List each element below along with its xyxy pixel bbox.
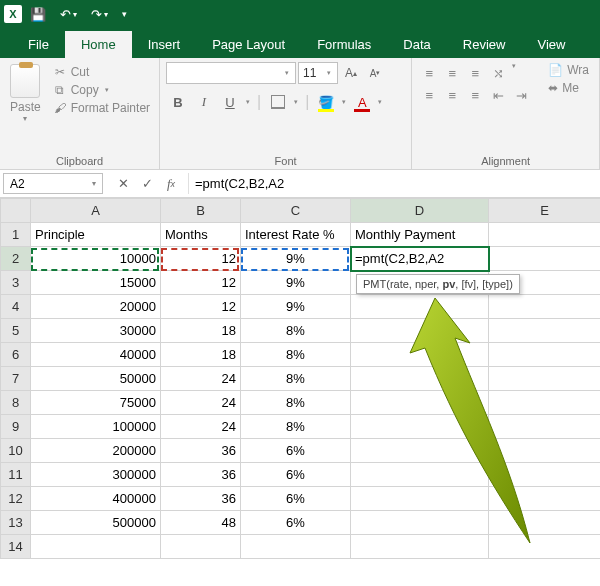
fill-dropdown[interactable]: ▾ xyxy=(340,98,348,106)
font-color-button[interactable]: A xyxy=(350,90,374,114)
col-header-B[interactable]: B xyxy=(161,199,241,223)
cell[interactable] xyxy=(351,415,489,439)
cell[interactable] xyxy=(351,295,489,319)
tab-file[interactable]: File xyxy=(12,31,65,58)
cell[interactable]: Principle xyxy=(31,223,161,247)
cell[interactable]: 24 xyxy=(161,367,241,391)
font-name-select[interactable]: ▾ xyxy=(166,62,296,84)
cell[interactable]: Monthly Payment xyxy=(351,223,489,247)
cell[interactable] xyxy=(489,535,601,559)
cell[interactable] xyxy=(351,487,489,511)
row-header[interactable]: 9 xyxy=(1,415,31,439)
decrease-font-button[interactable]: A▾ xyxy=(364,62,386,84)
cell[interactable]: 20000 xyxy=(31,295,161,319)
cell[interactable]: 8% xyxy=(241,415,351,439)
tab-review[interactable]: Review xyxy=(447,31,522,58)
cell[interactable] xyxy=(351,391,489,415)
name-box[interactable]: A2▾ xyxy=(3,173,103,194)
cell[interactable]: 300000 xyxy=(31,463,161,487)
cell[interactable] xyxy=(161,535,241,559)
cell[interactable]: 18 xyxy=(161,319,241,343)
redo-icon[interactable]: ↷▾ xyxy=(85,5,114,24)
cell[interactable]: 100000 xyxy=(31,415,161,439)
fill-color-button[interactable]: 🪣 xyxy=(314,90,338,114)
cell[interactable] xyxy=(351,511,489,535)
spreadsheet-grid[interactable]: A B C D E 1 Principle Months Interest Ra… xyxy=(0,198,600,559)
select-all-corner[interactable] xyxy=(1,199,31,223)
cell[interactable] xyxy=(351,439,489,463)
fx-icon[interactable]: fx xyxy=(160,176,182,192)
cell[interactable]: 400000 xyxy=(31,487,161,511)
col-header-D[interactable]: D xyxy=(351,199,489,223)
tab-page-layout[interactable]: Page Layout xyxy=(196,31,301,58)
merge-center-button[interactable]: ⬌Me xyxy=(544,80,593,96)
save-icon[interactable]: 💾 xyxy=(24,5,52,24)
function-tooltip[interactable]: PMT(rate, nper, pv, [fv], [type]) xyxy=(356,274,520,294)
paste-button[interactable]: Paste ▾ xyxy=(6,62,45,125)
paste-dropdown-icon[interactable]: ▾ xyxy=(23,114,27,123)
cell[interactable]: 8% xyxy=(241,343,351,367)
cell[interactable]: 40000 xyxy=(31,343,161,367)
cell[interactable] xyxy=(489,415,601,439)
cell[interactable]: 6% xyxy=(241,511,351,535)
align-bottom-button[interactable]: ≡ xyxy=(464,62,486,84)
cell-B2[interactable]: 12 xyxy=(161,247,241,271)
row-header[interactable]: 2 xyxy=(1,247,31,271)
cell[interactable] xyxy=(489,367,601,391)
row-header[interactable]: 1 xyxy=(1,223,31,247)
cell[interactable]: 200000 xyxy=(31,439,161,463)
row-header[interactable]: 14 xyxy=(1,535,31,559)
italic-button[interactable]: I xyxy=(192,90,216,114)
qat-customize-icon[interactable]: ▾ xyxy=(116,7,133,21)
align-left-button[interactable]: ≡ xyxy=(418,84,440,106)
cell[interactable]: Months xyxy=(161,223,241,247)
cell[interactable]: 36 xyxy=(161,487,241,511)
formula-input[interactable]: =pmt(C2,B2,A2 xyxy=(188,173,597,194)
cell[interactable]: Interest Rate % xyxy=(241,223,351,247)
format-painter-button[interactable]: 🖌Format Painter xyxy=(49,100,154,116)
align-top-button[interactable]: ≡ xyxy=(418,62,440,84)
row-header[interactable]: 5 xyxy=(1,319,31,343)
cell[interactable] xyxy=(351,463,489,487)
cell[interactable] xyxy=(351,367,489,391)
align-center-button[interactable]: ≡ xyxy=(441,84,463,106)
copy-button[interactable]: ⧉Copy▾ xyxy=(49,82,154,98)
name-box-dropdown-icon[interactable]: ▾ xyxy=(92,179,96,188)
cell[interactable] xyxy=(489,319,601,343)
col-header-C[interactable]: C xyxy=(241,199,351,223)
align-middle-button[interactable]: ≡ xyxy=(441,62,463,84)
cell[interactable] xyxy=(351,343,489,367)
cell[interactable]: 12 xyxy=(161,295,241,319)
cell[interactable]: 48 xyxy=(161,511,241,535)
cell[interactable]: 500000 xyxy=(31,511,161,535)
undo-icon[interactable]: ↶▾ xyxy=(54,5,83,24)
increase-indent-button[interactable]: ⇥ xyxy=(510,84,532,106)
wrap-text-button[interactable]: 📄Wra xyxy=(544,62,593,78)
row-header[interactable]: 11 xyxy=(1,463,31,487)
align-right-button[interactable]: ≡ xyxy=(464,84,486,106)
cell[interactable]: 9% xyxy=(241,295,351,319)
row-header[interactable]: 8 xyxy=(1,391,31,415)
row-header[interactable]: 10 xyxy=(1,439,31,463)
orientation-button[interactable]: ⤭ xyxy=(487,62,509,84)
cell[interactable] xyxy=(489,223,601,247)
decrease-indent-button[interactable]: ⇤ xyxy=(487,84,509,106)
cell[interactable]: 6% xyxy=(241,487,351,511)
row-header[interactable]: 13 xyxy=(1,511,31,535)
bold-button[interactable]: B xyxy=(166,90,190,114)
font-color-dropdown[interactable]: ▾ xyxy=(376,98,384,106)
tab-view[interactable]: View xyxy=(521,31,581,58)
cell[interactable]: 30000 xyxy=(31,319,161,343)
cell[interactable]: 8% xyxy=(241,391,351,415)
cell[interactable]: 24 xyxy=(161,391,241,415)
cell[interactable] xyxy=(489,247,601,271)
cell[interactable]: 8% xyxy=(241,319,351,343)
cell[interactable]: 6% xyxy=(241,463,351,487)
cell[interactable] xyxy=(351,319,489,343)
cell[interactable]: 24 xyxy=(161,415,241,439)
cell[interactable]: 8% xyxy=(241,367,351,391)
cell-D2-editing[interactable]: =pmt(C2,B2,A2 xyxy=(351,247,489,271)
underline-button[interactable]: U xyxy=(218,90,242,114)
cell[interactable] xyxy=(489,391,601,415)
cancel-formula-button[interactable]: ✕ xyxy=(112,176,134,191)
